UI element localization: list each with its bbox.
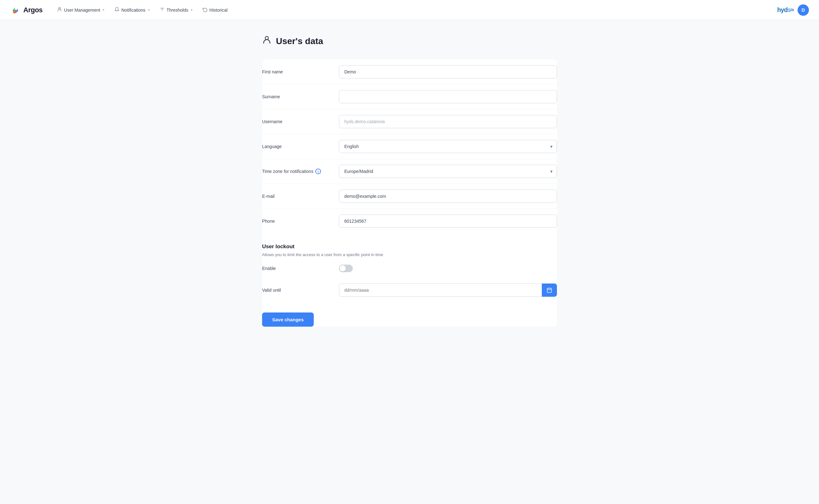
surname-label: Surname bbox=[262, 94, 331, 99]
language-select[interactable]: English Spanish Catalan French bbox=[339, 140, 557, 153]
user-data-form: First name Surname Username Language bbox=[262, 60, 557, 327]
user-avatar[interactable]: D bbox=[798, 4, 809, 16]
lockout-enable-label: Enable bbox=[262, 266, 331, 271]
user-data-icon bbox=[262, 35, 272, 47]
chevron-down-icon-2: ▾ bbox=[148, 8, 150, 12]
username-field bbox=[339, 115, 557, 128]
page-title: User's data bbox=[276, 36, 323, 46]
phone-input[interactable] bbox=[339, 215, 557, 228]
lockout-description: Allows you to limit the access to a user… bbox=[262, 252, 557, 257]
svg-rect-5 bbox=[547, 288, 552, 293]
username-input[interactable] bbox=[339, 115, 557, 128]
navbar: Argos User Management ▾ Notifications bbox=[0, 0, 819, 20]
phone-label: Phone bbox=[262, 219, 331, 224]
first-name-input[interactable] bbox=[339, 65, 557, 78]
email-row: E-mail bbox=[262, 184, 557, 209]
lockout-section: User lockout Allows you to limit the acc… bbox=[262, 243, 557, 302]
nav-item-historical-label: Historical bbox=[209, 8, 228, 13]
person-icon bbox=[57, 7, 62, 13]
valid-until-label: Valid until bbox=[262, 288, 331, 293]
nav-item-user-management[interactable]: User Management ▾ bbox=[53, 4, 109, 16]
surname-field bbox=[339, 90, 557, 103]
nav-item-notifications-label: Notifications bbox=[121, 8, 145, 13]
history-icon bbox=[203, 7, 208, 13]
filter-icon bbox=[160, 7, 165, 13]
phone-field bbox=[339, 215, 557, 228]
bell-icon bbox=[114, 7, 119, 13]
first-name-row: First name bbox=[262, 60, 557, 84]
first-name-field bbox=[339, 65, 557, 78]
lockout-enable-row: Enable bbox=[262, 265, 557, 278]
username-label: Username bbox=[262, 119, 331, 124]
brand-name: Argos bbox=[23, 6, 43, 14]
toggle-knob bbox=[340, 265, 346, 272]
language-select-wrapper: English Spanish Catalan French ▾ bbox=[339, 140, 557, 153]
calendar-icon bbox=[547, 287, 552, 293]
phone-row: Phone bbox=[262, 209, 557, 233]
lockout-enable-toggle-wrapper bbox=[339, 265, 353, 272]
valid-until-field bbox=[339, 283, 557, 297]
surname-input[interactable] bbox=[339, 90, 557, 103]
timezone-select-wrapper: Europe/Madrid Europe/London America/New_… bbox=[339, 165, 557, 178]
nav-item-thresholds-label: Thresholds bbox=[167, 8, 188, 13]
language-label: Language bbox=[262, 144, 331, 149]
timezone-row: Time zone for notifications i Europe/Mad… bbox=[262, 159, 557, 184]
timezone-label: Time zone for notifications i bbox=[262, 169, 331, 174]
nav-item-historical[interactable]: Historical bbox=[198, 4, 232, 16]
save-changes-button[interactable]: Save changes bbox=[262, 312, 314, 327]
calendar-button[interactable] bbox=[542, 283, 557, 297]
nav-item-user-management-label: User Management bbox=[64, 8, 100, 13]
nav-items: User Management ▾ Notifications ▾ bbox=[53, 4, 775, 16]
navbar-right: hyds≈ D bbox=[777, 4, 809, 16]
email-input[interactable] bbox=[339, 190, 557, 203]
page-title-row: User's data bbox=[262, 35, 557, 47]
nav-item-notifications[interactable]: Notifications ▾ bbox=[110, 4, 154, 16]
hyds-logo: hyds≈ bbox=[777, 6, 794, 14]
svg-point-0 bbox=[59, 8, 60, 9]
email-label: E-mail bbox=[262, 194, 331, 199]
argos-logo-icon bbox=[10, 4, 21, 16]
brand-logo[interactable]: Argos bbox=[10, 4, 43, 16]
lockout-title: User lockout bbox=[262, 243, 557, 250]
timezone-select[interactable]: Europe/Madrid Europe/London America/New_… bbox=[339, 165, 557, 178]
valid-until-input[interactable] bbox=[339, 283, 557, 297]
valid-until-row: Valid until bbox=[262, 278, 557, 302]
language-row: Language English Spanish Catalan French … bbox=[262, 134, 557, 159]
first-name-label: First name bbox=[262, 69, 331, 74]
timezone-info-icon[interactable]: i bbox=[315, 169, 321, 174]
email-field bbox=[339, 190, 557, 203]
chevron-down-icon-3: ▾ bbox=[191, 8, 192, 12]
username-row: Username bbox=[262, 109, 557, 134]
svg-point-4 bbox=[265, 37, 268, 40]
surname-row: Surname bbox=[262, 84, 557, 109]
chevron-down-icon: ▾ bbox=[103, 8, 104, 12]
nav-item-thresholds[interactable]: Thresholds ▾ bbox=[155, 4, 197, 16]
main-content: User's data First name Surname Username bbox=[252, 20, 567, 342]
lockout-enable-toggle[interactable] bbox=[339, 265, 353, 272]
